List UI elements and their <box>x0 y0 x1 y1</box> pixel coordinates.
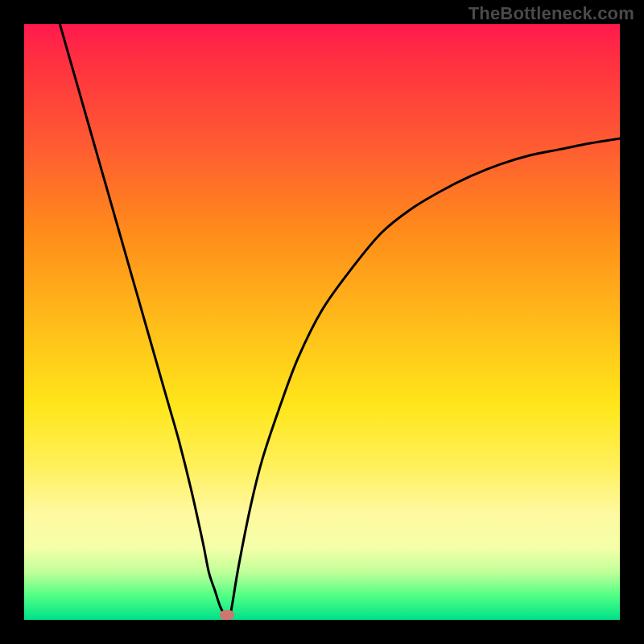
watermark-text: TheBottleneck.com <box>469 3 634 24</box>
chart-frame <box>24 24 620 620</box>
bottleneck-curve <box>60 24 620 618</box>
chart-curve-svg <box>24 24 620 620</box>
minimum-marker <box>220 610 234 620</box>
